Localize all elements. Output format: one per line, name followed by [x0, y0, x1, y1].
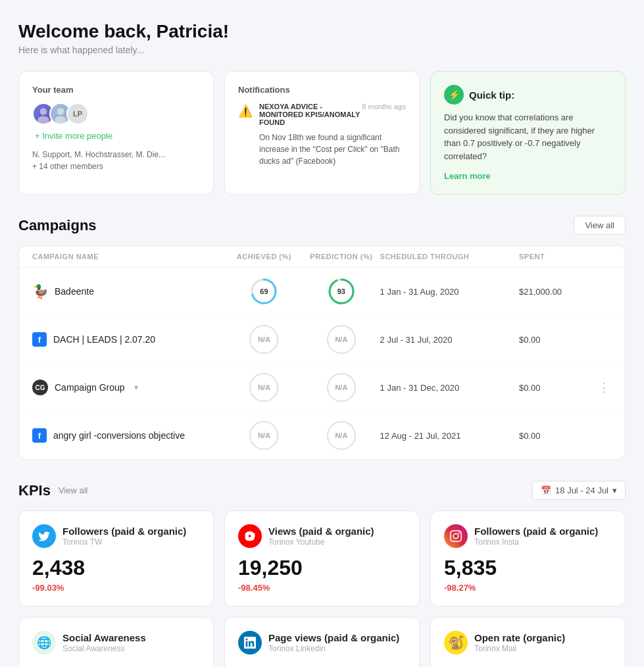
lightning-icon: ⚡: [444, 85, 464, 105]
table-row: f angry girl -conversions objective N/A …: [19, 412, 625, 459]
kpi-card-sub: Torinox TW: [62, 537, 186, 547]
col-header-name: CAMPAIGN NAME: [32, 253, 226, 260]
invite-link[interactable]: + Invite more people: [35, 131, 112, 141]
instagram-icon: [444, 524, 468, 548]
campaigns-title: Campaigns: [18, 217, 97, 234]
team-members-text: N. Support, M. Hochstrasser, M. Die...: [32, 150, 200, 159]
kpi-card-info: Followers (paid & organic) Torinox Insta: [474, 526, 598, 547]
welcome-title: Welcome back, Patricia!: [18, 21, 626, 42]
campaign-name: Campaign Group: [55, 382, 125, 393]
quick-tip-title: Quick tip:: [469, 89, 514, 101]
spent-cell-badeente: $21,000.00: [519, 287, 596, 297]
kpi-value: 19,250: [238, 556, 406, 580]
prediction-value: 93: [337, 287, 345, 295]
na-badge: N/A: [327, 421, 356, 450]
welcome-subtitle: Here is what happened lately...: [18, 45, 626, 55]
expand-icon[interactable]: ▾: [134, 383, 138, 392]
col-header-actions: [597, 253, 612, 260]
na-badge: N/A: [249, 421, 278, 450]
quick-tip-card: ⚡ Quick tip: Did you know that correlati…: [430, 71, 626, 195]
alert-icon: ⚠️: [238, 104, 253, 167]
kpi-card-header: Views (paid & organic) Torinox Youtube: [238, 524, 406, 548]
kpi-card-twitter: Followers (paid & organic) Torinox TW 2,…: [18, 510, 214, 606]
notification-content: NEXOYA ADVICE - MONITORED KPIS/ANOMALY F…: [259, 103, 406, 167]
svg-point-0: [40, 108, 47, 115]
col-header-scheduled: SCHEDULED THROUGH: [380, 253, 519, 260]
top-cards-row: Your team LP + Invite more people N. Sup…: [18, 71, 626, 195]
na-badge: N/A: [327, 325, 356, 354]
na-badge: N/A: [249, 373, 278, 402]
kpi-card-info: Open rate (organic) Torinox Mail: [474, 632, 565, 653]
kpi-change: -99.03%: [32, 583, 200, 593]
kpi-value: 21,402: [32, 662, 200, 667]
mailchimp-icon: 🐒: [444, 631, 468, 655]
quick-tip-header: ⚡ Quick tip:: [444, 85, 612, 105]
kpi-value: 476: [238, 662, 406, 667]
svg-point-2: [57, 108, 64, 115]
table-row: f DACH | LEADS | 2.07.20 N/A N/A 2 Jul -…: [19, 316, 625, 364]
kpi-card-info: Social Awareness Social Awareness: [62, 632, 146, 653]
kpi-card-youtube: Views (paid & organic) Torinox Youtube 1…: [224, 510, 420, 606]
kpis-title: KPIs: [18, 482, 51, 499]
kpi-card-name: Followers (paid & organic): [474, 526, 598, 537]
scheduled-cell-angry: 12 Aug - 21 Jul, 2021: [380, 431, 519, 441]
learn-more-link[interactable]: Learn more: [444, 171, 491, 181]
twitter-icon: [32, 524, 56, 548]
scheduled-cell-cg: 1 Jan - 31 Dec, 2020: [380, 383, 519, 393]
team-other-members: + 14 other members: [32, 162, 200, 171]
chevron-down-icon: ▾: [612, 485, 617, 495]
kpis-view-all-link[interactable]: View all: [59, 485, 88, 495]
campaign-icon-group: CG: [32, 380, 48, 395]
notification-body: On Nov 18th we found a significant incre…: [259, 132, 406, 167]
campaign-icon-angry: f: [32, 428, 47, 443]
na-badge: N/A: [249, 325, 278, 354]
kpi-card-sub: Torinox Insta: [474, 537, 598, 547]
campaigns-view-all-button[interactable]: View all: [574, 216, 626, 235]
campaign-name-cell: f angry girl -conversions objective: [32, 428, 226, 443]
table-row: 🦆 Badeente 69 93: [19, 268, 625, 316]
kpi-card-header: Followers (paid & organic) Torinox TW: [32, 524, 200, 548]
kpi-card-name: Open rate (organic): [474, 632, 565, 644]
achieved-circle: 69: [249, 277, 278, 306]
more-options-button[interactable]: ⋮: [597, 380, 612, 395]
kpi-card-linkedin: Page views (paid & organic) Torinox Link…: [224, 617, 420, 667]
kpi-date-range-picker[interactable]: 📅 18 Jul - 24 Jul ▾: [532, 481, 626, 500]
kpi-card-name: Social Awareness: [62, 632, 146, 644]
scheduled-cell-badeente: 1 Jan - 31 Aug, 2020: [380, 287, 519, 297]
spent-cell-angry: $0.00: [519, 431, 596, 441]
kpi-change: -98.27%: [444, 583, 612, 593]
achieved-cell-badeente: 69: [226, 277, 303, 306]
achieved-cell-angry: N/A: [226, 421, 303, 450]
campaigns-section-header: Campaigns View all: [18, 216, 626, 235]
kpi-card-sub: Torinox Linkedin: [268, 644, 399, 653]
notifications-title: Notifications: [238, 85, 406, 95]
youtube-icon: [238, 524, 262, 548]
campaigns-table: CAMPAIGN NAME ACHIEVED (%) PREDICTION (%…: [18, 245, 626, 460]
campaign-name-cell: CG Campaign Group ▾: [32, 380, 226, 395]
prediction-circle: 93: [327, 277, 356, 306]
kpis-section-header: KPIs View all 📅 18 Jul - 24 Jul ▾: [18, 481, 626, 500]
campaigns-table-header: CAMPAIGN NAME ACHIEVED (%) PREDICTION (%…: [19, 246, 625, 268]
campaign-name: angry girl -conversions objective: [53, 430, 185, 441]
calendar-icon: 📅: [541, 485, 551, 495]
notification-item: ⚠️ NEXOYA ADVICE - MONITORED KPIS/ANOMAL…: [238, 103, 406, 167]
campaign-name: Badeente: [55, 286, 94, 297]
avatar-lp: LP: [66, 103, 89, 125]
social-awareness-icon: 🌐: [32, 631, 56, 655]
prediction-cell-dach: N/A: [303, 325, 380, 354]
col-header-spent: SPENT: [519, 253, 596, 260]
spent-cell-cg: $0.00: [519, 383, 596, 393]
team-avatars: LP: [32, 103, 200, 125]
quick-tip-body: Did you know that correlations are consi…: [444, 111, 612, 162]
kpi-card-header: 🌐 Social Awareness Social Awareness: [32, 631, 200, 655]
col-header-prediction: PREDICTION (%): [303, 253, 380, 260]
kpi-card-info: Page views (paid & organic) Torinox Link…: [268, 632, 399, 653]
campaign-name: DACH | LEADS | 2.07.20: [53, 334, 155, 345]
prediction-cell-badeente: 93: [303, 277, 380, 306]
campaign-name-cell: f DACH | LEADS | 2.07.20: [32, 332, 226, 347]
achieved-cell-cg: N/A: [226, 373, 303, 402]
notifications-card: Notifications ⚠️ NEXOYA ADVICE - MONITOR…: [224, 71, 420, 195]
kpi-card-name: Views (paid & organic): [268, 526, 374, 537]
kpi-card-instagram: Followers (paid & organic) Torinox Insta…: [430, 510, 626, 606]
kpi-card-info: Views (paid & organic) Torinox Youtube: [268, 526, 374, 547]
